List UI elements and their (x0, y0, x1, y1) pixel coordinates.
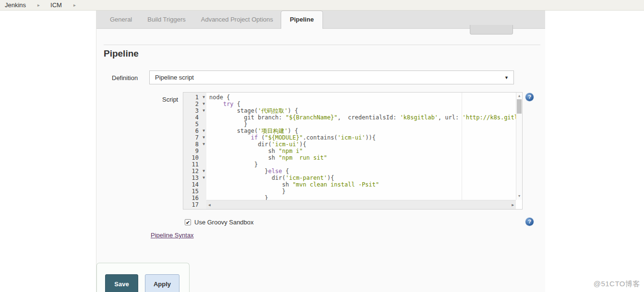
fold-arrow-icon[interactable]: ▼ (203, 107, 205, 114)
help-icon[interactable]: ? (525, 93, 534, 101)
vertical-scroll-thumb[interactable] (517, 99, 522, 114)
line-number[interactable]: 13▼ (183, 175, 206, 181)
groovy-sandbox-checkbox[interactable]: ✔ (185, 219, 191, 225)
definition-select-value: Pipeline script (155, 74, 194, 81)
line-number[interactable]: 16 (183, 195, 206, 201)
fold-arrow-icon[interactable]: ▼ (203, 101, 205, 107)
section-divider (104, 45, 540, 45)
editor-gutter[interactable]: 1▼2▼3▼456▼7▼8▼9101112▼13▼1415161718 (183, 93, 206, 209)
config-panel: GeneralBuild TriggersAdvanced Project Op… (96, 11, 545, 292)
script-label: Script (162, 96, 178, 103)
definition-label: Definition (112, 74, 138, 82)
breadcrumb-item[interactable]: ICM (50, 1, 62, 9)
line-number[interactable]: 17 (183, 201, 206, 208)
tab-pipeline[interactable]: Pipeline (281, 11, 323, 29)
line-number[interactable]: 3▼ (183, 107, 206, 114)
fold-arrow-icon[interactable]: ▼ (203, 128, 205, 134)
code-line: } (209, 161, 516, 168)
scroll-down-icon[interactable]: ▼ (516, 194, 522, 199)
partial-button[interactable] (470, 25, 513, 35)
watermark: @51CTO博客 (594, 280, 640, 289)
line-number[interactable]: 12▼ (183, 168, 206, 175)
fold-arrow-icon[interactable]: ▼ (203, 94, 205, 101)
line-number[interactable]: 1▼ (183, 94, 206, 101)
code-line: } (209, 195, 516, 200)
line-number[interactable]: 9 (183, 148, 206, 154)
groovy-sandbox-label: Use Groovy Sandbox (194, 219, 254, 226)
scroll-left-icon[interactable]: ◀ (208, 202, 211, 209)
script-editor[interactable]: 1▼2▼3▼456▼7▼8▼9101112▼13▼1415161718 node… (183, 92, 523, 210)
code-line: try { (209, 101, 516, 107)
code-line: git branch: "${BranchName}", credentials… (209, 114, 516, 121)
save-panel: Save Apply (96, 263, 190, 292)
line-number[interactable]: 6▼ (183, 128, 206, 134)
code-line: } (209, 188, 516, 195)
line-number[interactable]: 18 (183, 208, 206, 210)
fold-arrow-icon[interactable]: ▼ (203, 175, 205, 181)
breadcrumb: Jenkins▸ICM▸ (0, 0, 644, 11)
fold-arrow-icon[interactable]: ▼ (203, 141, 205, 148)
tab-build-triggers[interactable]: Build Triggers (140, 11, 193, 28)
line-number[interactable]: 15 (183, 188, 206, 195)
tab-advanced-project-options[interactable]: Advanced Project Options (193, 11, 281, 28)
fold-arrow-icon[interactable]: ▼ (203, 134, 205, 141)
code-line: stage('代码拉取') { (209, 107, 516, 114)
code-line: dir('icm-ui'){ (209, 141, 516, 148)
line-number[interactable]: 7▼ (183, 134, 206, 141)
apply-button[interactable]: Apply (145, 274, 179, 292)
line-number[interactable]: 14 (183, 181, 206, 188)
editor-vertical-scrollbar[interactable]: ▲ ▼ (516, 93, 522, 200)
editor-code-area[interactable]: node { try { stage('代码拉取') { git branch:… (206, 93, 516, 200)
chevron-down-icon: ▼ (504, 75, 509, 80)
help-icon[interactable]: ? (525, 218, 534, 226)
code-line: dir('icm-parent'){ (209, 175, 516, 181)
code-line: stage('项目构建') { (209, 128, 516, 134)
scroll-up-icon[interactable]: ▲ (516, 93, 522, 99)
breadcrumb-arrow-icon: ▸ (62, 2, 86, 8)
code-line: }else { (209, 168, 516, 175)
tab-general[interactable]: General (102, 11, 140, 28)
pipeline-syntax-link[interactable]: Pipeline Syntax (151, 232, 194, 239)
page-title: Pipeline (104, 48, 139, 59)
sandbox-row: ✔ Use Groovy Sandbox (185, 219, 254, 226)
scroll-right-icon[interactable]: ▶ (512, 202, 514, 209)
fold-arrow-icon[interactable]: ▼ (203, 168, 205, 175)
code-line: } (209, 121, 516, 128)
code-line: if ("${MODULE}".contains('icm-ui')){ (209, 134, 516, 141)
print-margin (462, 93, 462, 200)
editor-horizontal-scrollbar[interactable]: ◀ ▶ (206, 200, 516, 209)
line-number[interactable]: 5 (183, 121, 206, 128)
code-line: sh "npm run sit" (209, 154, 516, 161)
line-number[interactable]: 11 (183, 161, 206, 168)
line-number[interactable]: 8▼ (183, 141, 206, 148)
line-number[interactable]: 10 (183, 154, 206, 161)
code-line: node { (209, 94, 516, 101)
code-line: sh "npm i" (209, 148, 516, 154)
definition-select[interactable]: Pipeline script ▼ (149, 70, 514, 84)
code-line: sh "mvn clean install -Psit" (209, 181, 516, 188)
line-number[interactable]: 2▼ (183, 101, 206, 107)
line-number[interactable]: 4 (183, 114, 206, 121)
save-button[interactable]: Save (105, 274, 138, 292)
breadcrumb-arrow-icon: ▸ (26, 2, 50, 8)
breadcrumb-item[interactable]: Jenkins (5, 1, 26, 9)
